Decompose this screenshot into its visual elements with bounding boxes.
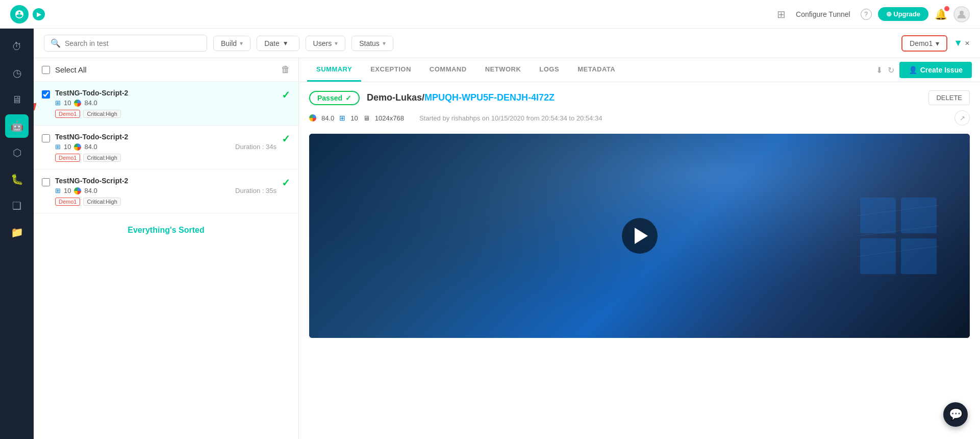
sidebar-item-robot[interactable]: 🤖: [5, 114, 29, 138]
sidebar-item-history[interactable]: ◷: [5, 61, 29, 85]
test-list-panel: Select All 🗑 TestNG-Todo-Script-2 ⊞ 10 8…: [34, 58, 299, 439]
split-panel: Select All 🗑 TestNG-Todo-Script-2 ⊞ 10 8…: [34, 58, 980, 439]
sidebar-item-bug[interactable]: 🐛: [5, 167, 29, 191]
tab-logs[interactable]: LOGS: [530, 58, 568, 82]
chrome-detail-icon: [309, 114, 316, 121]
test-id-link[interactable]: Demo-Lukas/MPUQH-WPU5F-DENJH-4I72Z: [367, 92, 555, 103]
date-dropdown[interactable]: Date ▼: [257, 36, 299, 51]
detail-tabs: SUMMARY EXCEPTION COMMAND NETWORK LOGS M…: [299, 58, 980, 82]
tag-demo1-1: Demo1: [55, 110, 80, 118]
browser-version-2: 84.0: [84, 143, 97, 151]
demo-dropdown[interactable]: Demo1 ▾: [901, 35, 947, 52]
passed-badge: Passed ✓: [309, 91, 360, 105]
test-checkbox-1[interactable]: [42, 90, 50, 99]
sidebar-item-folder[interactable]: 📁: [5, 221, 29, 244]
tag-demo1-2: Demo1: [55, 154, 80, 162]
test-list-item[interactable]: TestNG-Todo-Script-2 ⊞ 10 84.0 Duration …: [34, 169, 298, 213]
upgrade-button[interactable]: ⊕ Upgrade: [878, 7, 928, 21]
started-text: Started by rishabhps on 10/15/2020 from …: [419, 114, 602, 122]
chrome-icon-2: [74, 143, 81, 151]
sidebar: ⏱ ◷ 🖥 🤖 ⬡ 🐛 ❑ 📁: [0, 29, 34, 439]
download-icon[interactable]: ⬇: [876, 65, 883, 75]
chat-button[interactable]: 💬: [943, 402, 968, 427]
build-dropdown[interactable]: Build ▾: [213, 36, 250, 51]
svg-rect-3: [860, 238, 896, 274]
status-dropdown[interactable]: Status ▾: [351, 36, 393, 51]
chrome-icon-3: [74, 187, 81, 194]
logo-icon[interactable]: [10, 5, 29, 23]
video-container[interactable]: [309, 134, 970, 338]
create-issue-icon: 👤: [909, 66, 917, 74]
status-chevron-icon: ▾: [383, 40, 386, 47]
detail-panel: SUMMARY EXCEPTION COMMAND NETWORK LOGS M…: [299, 58, 980, 439]
svg-rect-1: [860, 198, 896, 233]
os-version-2: 10: [64, 143, 71, 151]
date-filter-icon: ▼: [283, 40, 289, 47]
bell-icon[interactable]: 🔔: [935, 8, 947, 20]
select-all-checkbox[interactable]: [42, 66, 50, 74]
chrome-icon-1: [74, 100, 81, 107]
windows-icon-2: ⊞: [55, 143, 61, 151]
grid-icon[interactable]: ⊞: [777, 8, 786, 20]
filter-icon-btn[interactable]: ▼ ✕: [953, 38, 970, 48]
configure-tunnel-link[interactable]: Configure Tunnel: [796, 10, 850, 18]
sidebar-item-layers[interactable]: ❑: [5, 194, 29, 217]
avatar[interactable]: [953, 6, 970, 22]
tab-network[interactable]: NETWORK: [476, 58, 531, 82]
sidebar-item-cube[interactable]: ⬡: [5, 141, 29, 164]
tab-exception[interactable]: EXCEPTION: [361, 58, 420, 82]
users-chevron-icon: ▾: [335, 40, 338, 47]
play-button[interactable]: [622, 218, 658, 254]
tag-critical-3: Critical:High: [83, 198, 120, 206]
tag-critical-1: Critical:High: [83, 110, 120, 118]
search-input[interactable]: [65, 39, 200, 47]
svg-point-0: [960, 11, 964, 15]
sidebar-item-analytics[interactable]: ⏱: [5, 35, 29, 58]
nav-arrow-icon[interactable]: ▶: [33, 8, 45, 20]
filter-clear-icon[interactable]: ✕: [965, 40, 970, 47]
search-box[interactable]: 🔍: [44, 35, 207, 52]
test-list-item[interactable]: TestNG-Todo-Script-2 ⊞ 10 84.0 Demo1 Cri…: [34, 82, 298, 126]
windows-icon-1: ⊞: [55, 99, 61, 107]
tab-command[interactable]: COMMAND: [420, 58, 476, 82]
create-issue-button[interactable]: 👤 Create Issue: [899, 62, 972, 78]
detail-windows-icon: ⊞: [339, 114, 345, 122]
test-checkbox-3[interactable]: [42, 178, 50, 186]
os-version-3: 10: [64, 187, 71, 194]
test-checkbox-2[interactable]: [42, 134, 50, 142]
detail-content: Passed ✓ Demo-Lukas/MPUQH-WPU5F-DENJH-4I…: [299, 82, 980, 439]
tab-summary[interactable]: SUMMARY: [307, 58, 361, 82]
detail-os-version: 10: [350, 114, 358, 122]
detail-monitor-icon: 🖥: [363, 114, 370, 122]
test-id: MPUQH-WPU5F-DENJH-4I72Z: [424, 92, 555, 103]
users-dropdown[interactable]: Users ▾: [306, 36, 346, 51]
test-info-3: TestNG-Todo-Script-2 ⊞ 10 84.0 Duration …: [55, 177, 277, 206]
demo-chevron-icon: ▾: [936, 39, 939, 47]
test-info-1: TestNG-Todo-Script-2 ⊞ 10 84.0 Demo1 Cri…: [55, 89, 277, 118]
play-icon: [635, 228, 648, 244]
bulk-delete-icon[interactable]: 🗑: [281, 64, 290, 75]
logo-area: ▶: [10, 5, 45, 23]
refresh-icon[interactable]: ↻: [888, 65, 894, 75]
top-nav: ▶ ⊞ Configure Tunnel ? ⊕ Upgrade 🔔: [0, 0, 980, 29]
windows-watermark: [858, 195, 939, 277]
duration-3: Duration : 35s: [235, 187, 277, 194]
browser-version-1: 84.0: [84, 99, 97, 107]
tags-1: Demo1 Critical:High: [55, 110, 277, 118]
share-icon[interactable]: ↗: [954, 110, 970, 126]
tab-metadata[interactable]: METADATA: [568, 58, 624, 82]
duration-2: Duration : 34s: [235, 143, 277, 151]
test-name-2: TestNG-Todo-Script-2: [55, 133, 277, 141]
svg-rect-4: [901, 238, 937, 274]
help-icon[interactable]: ?: [861, 9, 872, 20]
delete-test-button[interactable]: DELETE: [928, 90, 970, 105]
test-name-3: TestNG-Todo-Script-2: [55, 177, 277, 185]
test-list-item[interactable]: TestNG-Todo-Script-2 ⊞ 10 84.0 Duration …: [34, 126, 298, 169]
pass-check-3: ✓: [282, 177, 290, 189]
select-all-row: Select All 🗑: [34, 58, 298, 82]
tag-critical-2: Critical:High: [83, 154, 120, 162]
detail-resolution: 1024x768: [375, 114, 404, 122]
select-all-label: Select All: [55, 65, 276, 74]
sidebar-item-monitor[interactable]: 🖥: [5, 88, 29, 111]
main-layout: ⏱ ◷ 🖥 🤖 ⬡ 🐛 ❑ 📁 🔍 Build ▾ Date ▼: [0, 29, 980, 439]
